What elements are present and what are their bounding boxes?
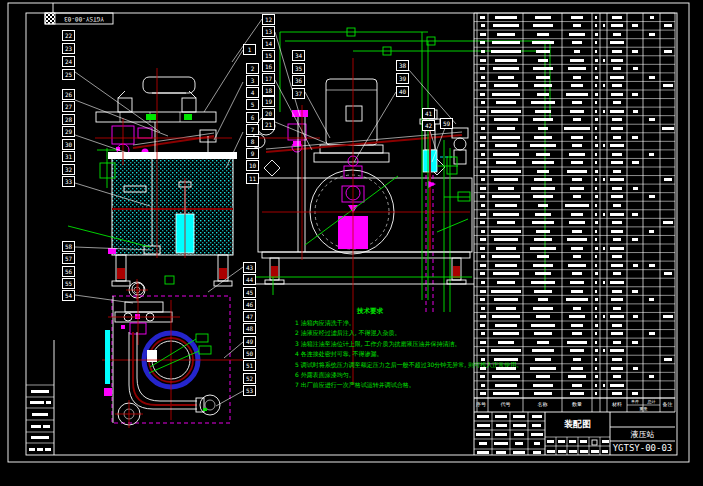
signature-cell-bar <box>496 451 506 454</box>
table-cell-bar <box>603 384 605 387</box>
table-cell-bar <box>492 41 520 44</box>
balloon-30: 30 <box>62 139 75 150</box>
balloon-39: 39 <box>396 73 409 84</box>
table-cell-bar <box>480 238 486 241</box>
table-cell-bar <box>573 255 581 258</box>
table-cell-bar <box>595 110 597 113</box>
table-cell-bar <box>610 144 624 147</box>
table-cell-bar <box>610 384 624 387</box>
signature-cell-bar <box>533 451 541 454</box>
table-cell-bar <box>612 255 622 258</box>
table-cell-bar <box>613 101 621 104</box>
table-cell-bar <box>603 59 605 62</box>
table-cell-bar <box>570 110 584 113</box>
table-cell-bar <box>595 298 598 301</box>
table-cell-bar <box>612 221 622 224</box>
table-cell-bar <box>610 315 624 318</box>
titleblock-cell-bar <box>569 440 576 443</box>
table-cell-bar <box>610 178 624 181</box>
titleblock-cell-bar <box>580 440 587 443</box>
table-cell-bar <box>480 187 486 190</box>
table-cell-bar <box>649 230 654 233</box>
table-cell-bar <box>571 247 583 250</box>
balloon-51: 51 <box>243 360 256 371</box>
table-cell-bar <box>491 110 521 113</box>
table-cell-bar <box>595 187 597 190</box>
table-cell-bar <box>595 367 597 370</box>
balloon-41: 41 <box>422 108 435 119</box>
table-cell-bar <box>480 272 485 275</box>
table-cell-bar <box>481 127 485 130</box>
balloon-7: 7 <box>246 124 259 135</box>
table-cell-bar <box>612 50 622 53</box>
balloon-38: 38 <box>396 60 409 71</box>
balloon-55: 55 <box>62 278 75 289</box>
table-cell-bar <box>633 110 638 113</box>
table-cell-bar <box>498 341 514 344</box>
table-cell-bar <box>538 59 548 62</box>
balloon-49: 49 <box>243 336 256 347</box>
table-cell-bar <box>649 264 655 267</box>
balloon-56: 56 <box>62 266 75 277</box>
balloon-23: 23 <box>62 43 75 54</box>
bom-header-code: 代号 <box>488 401 523 407</box>
table-cell-bar <box>495 16 517 19</box>
table-cell-bar <box>572 332 582 335</box>
table-cell-bar <box>492 375 520 378</box>
table-cell-bar <box>603 144 605 147</box>
table-cell-bar <box>613 341 621 344</box>
signature-cell-bar <box>477 424 490 427</box>
table-cell-bar <box>595 204 597 207</box>
table-cell-bar <box>531 101 555 104</box>
table-cell-bar <box>613 170 621 173</box>
signature-cell-bar <box>513 424 526 427</box>
table-cell-bar <box>481 358 485 361</box>
signature-cell-bar <box>513 415 525 418</box>
table-cell-bar <box>649 298 654 301</box>
table-cell-bar <box>481 230 485 233</box>
balloon-42: 42 <box>422 120 435 131</box>
bom-header-seq: 序号 <box>474 401 488 407</box>
table-cell-bar <box>480 41 485 44</box>
table-cell-bar <box>572 41 582 44</box>
table-cell-bar <box>480 264 486 267</box>
signature-cell-bar <box>531 433 543 436</box>
margin-strip-bar <box>37 448 43 451</box>
title-block-grid <box>398 13 675 455</box>
cad-drawing-sheet: YGTSY-00-03 技术要求 序号 代号 名称 数量 材料 单件 总计 重量… <box>0 0 703 486</box>
table-cell-bar <box>494 84 518 87</box>
table-cell-bar <box>603 84 605 87</box>
table-cell-bar <box>481 384 485 387</box>
table-cell-bar <box>535 272 551 275</box>
balloon-43: 43 <box>243 262 256 273</box>
table-cell-bar <box>610 281 624 284</box>
table-cell-bar <box>565 204 589 207</box>
table-cell-bar <box>595 170 598 173</box>
table-cell-bar <box>632 392 638 395</box>
balloon-12: 12 <box>262 14 275 25</box>
table-cell-bar <box>612 392 622 395</box>
balloon-48: 48 <box>243 323 256 334</box>
table-cell-bar <box>612 324 622 327</box>
table-cell-bar <box>603 110 605 113</box>
table-cell-bar <box>536 315 550 318</box>
table-cell-bar <box>536 153 550 156</box>
table-cell-bar <box>595 76 598 79</box>
table-cell-bar <box>595 136 597 139</box>
balloon-4: 4 <box>246 87 259 98</box>
title-block-project: 液压站 <box>610 429 675 440</box>
titleblock-cell-bar <box>569 450 577 453</box>
balloon-15: 15 <box>262 50 275 61</box>
table-cell-bar <box>573 76 581 79</box>
table-cell-bar <box>572 230 582 233</box>
table-cell-bar <box>595 221 598 224</box>
table-cell-bar <box>595 195 598 198</box>
table-cell-bar <box>534 238 552 241</box>
table-cell-bar <box>494 178 518 181</box>
table-cell-bar <box>610 247 624 250</box>
table-cell-bar <box>633 67 638 70</box>
table-cell-bar <box>480 375 485 378</box>
table-cell-bar <box>595 16 597 19</box>
table-cell-bar <box>595 24 597 27</box>
table-cell-bar <box>612 84 622 87</box>
